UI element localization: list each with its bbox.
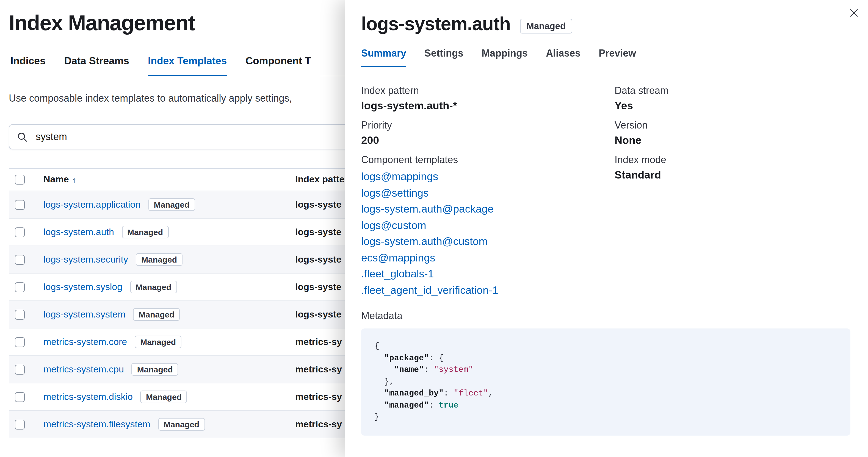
index-pattern-field: Index pattern logs-system.auth-* (361, 85, 615, 112)
code-token: "package" (384, 354, 429, 363)
flyout-tabs: Summary Settings Mappings Aliases Previe… (361, 48, 850, 67)
template-name-link[interactable]: logs-system.syslog (43, 282, 122, 293)
index-pattern-label: Index pattern (361, 85, 615, 97)
version-field: Version None (615, 120, 850, 146)
metadata-section: Metadata { "package": { "name": "system"… (361, 311, 850, 435)
version-value: None (615, 134, 850, 146)
index-pattern-value: logs-system.auth-* (361, 99, 615, 112)
tab-indices[interactable]: Indices (10, 55, 45, 76)
component-template-link[interactable]: logs@custom (361, 217, 615, 233)
managed-badge: Managed (136, 253, 183, 266)
index-patterns-column-header[interactable]: Index patter (295, 174, 348, 185)
tab-data-streams[interactable]: Data Streams (64, 55, 129, 76)
flyout-tab-mappings[interactable]: Mappings (482, 48, 528, 67)
data-stream-label: Data stream (615, 85, 850, 97)
row-checkbox[interactable] (15, 337, 25, 347)
index-management-screen: Index Management Indices Data Streams In… (0, 0, 868, 457)
component-template-link[interactable]: logs@mappings (361, 169, 615, 185)
template-name-link[interactable]: logs-system.system (43, 309, 126, 320)
template-name-link[interactable]: logs-system.auth (43, 227, 114, 237)
managed-badge: Managed (135, 336, 181, 348)
managed-badge: Managed (158, 418, 205, 431)
template-name-link[interactable]: logs-system.application (43, 199, 141, 210)
row-checkbox[interactable] (15, 227, 25, 237)
data-stream-field: Data stream Yes (615, 85, 850, 112)
template-details-flyout: logs-system.auth Managed Summary Setting… (345, 0, 868, 457)
sort-ascending-icon: ↑ (72, 175, 76, 184)
close-icon[interactable] (846, 5, 861, 20)
code-token (374, 365, 394, 374)
code-token: "managed_by" (384, 389, 444, 398)
select-all-checkbox[interactable] (15, 175, 25, 185)
template-name-link[interactable]: metrics-system.core (43, 336, 127, 348)
flyout-tab-summary[interactable]: Summary (361, 48, 406, 67)
flyout-title: logs-system.auth (361, 13, 510, 35)
code-token: true (439, 401, 459, 410)
row-checkbox[interactable] (15, 282, 25, 292)
index-mode-value: Standard (615, 169, 850, 181)
summary-left-column: Index pattern logs-system.auth-* Priorit… (361, 85, 615, 306)
code-token (374, 389, 384, 398)
component-template-link[interactable]: logs-system.auth@custom (361, 233, 615, 250)
row-checkbox[interactable] (15, 309, 25, 319)
code-token: }, (374, 377, 394, 386)
priority-label: Priority (361, 120, 615, 131)
code-line: "name": "system" (374, 364, 837, 376)
managed-badge: Managed (122, 226, 168, 238)
row-checkbox[interactable] (15, 364, 25, 374)
summary-panel: Index pattern logs-system.auth-* Priorit… (361, 85, 850, 306)
flyout-tab-settings[interactable]: Settings (424, 48, 463, 67)
template-name-link[interactable]: metrics-system.cpu (43, 364, 124, 375)
index-mode-field: Index mode Standard (615, 154, 850, 181)
code-line: }, (374, 376, 837, 388)
component-templates-label: Component templates (361, 154, 615, 166)
code-token: "system" (434, 365, 473, 374)
component-template-link[interactable]: .fleet_globals-1 (361, 266, 615, 282)
code-token: : (444, 389, 454, 398)
code-token: , (488, 389, 493, 398)
tab-index-templates[interactable]: Index Templates (148, 55, 227, 76)
component-template-links: logs@mappingslogs@settingslogs-system.au… (361, 169, 615, 298)
data-stream-value: Yes (615, 99, 850, 112)
flyout-header: logs-system.auth Managed (361, 13, 850, 35)
component-template-link[interactable]: logs@settings (361, 185, 615, 201)
code-line: } (374, 412, 837, 423)
template-name-link[interactable]: logs-system.security (43, 254, 128, 265)
name-column-header[interactable]: Name (43, 174, 69, 185)
code-token: "fleet" (454, 389, 488, 398)
code-token: } (374, 413, 379, 422)
priority-field: Priority 200 (361, 120, 615, 146)
metadata-code-block: { "package": { "name": "system" }, "mana… (361, 328, 850, 435)
version-label: Version (615, 120, 850, 131)
code-token: : (424, 365, 434, 374)
code-token: { (374, 341, 379, 351)
row-checkbox[interactable] (15, 255, 25, 264)
component-template-link[interactable]: ecs@mappings (361, 250, 615, 266)
priority-value: 200 (361, 134, 615, 146)
row-checkbox[interactable] (15, 419, 25, 429)
template-name-link[interactable]: metrics-system.diskio (43, 391, 133, 402)
code-token: "name" (394, 365, 424, 374)
managed-badge: Managed (148, 198, 195, 211)
managed-badge: Managed (132, 363, 178, 376)
template-name-link[interactable]: metrics-system.filesystem (43, 419, 150, 430)
flyout-tab-preview[interactable]: Preview (599, 48, 636, 67)
managed-badge: Managed (130, 281, 177, 293)
metadata-label: Metadata (361, 311, 850, 322)
code-token: : { (429, 354, 444, 363)
code-line: { (374, 340, 837, 352)
index-mode-label: Index mode (615, 154, 850, 166)
code-token: : (429, 401, 439, 410)
tab-component-templates[interactable]: Component T (245, 55, 311, 76)
row-checkbox[interactable] (15, 200, 25, 209)
summary-right-column: Data stream Yes Version None Index mode … (615, 85, 850, 306)
code-token (374, 354, 384, 363)
code-line: "package": { (374, 352, 837, 364)
flyout-tab-aliases[interactable]: Aliases (546, 48, 581, 67)
row-checkbox[interactable] (15, 392, 25, 402)
managed-badge: Managed (141, 391, 187, 403)
code-token: "managed" (384, 401, 429, 410)
component-template-link[interactable]: .fleet_agent_id_verification-1 (361, 282, 615, 298)
managed-badge: Managed (133, 308, 180, 321)
component-template-link[interactable]: logs-system.auth@package (361, 201, 615, 217)
